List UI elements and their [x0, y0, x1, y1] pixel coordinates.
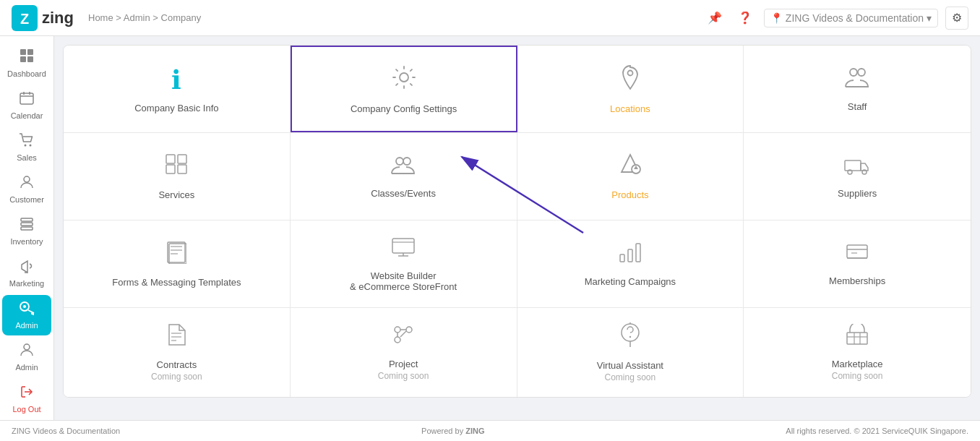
location-selector[interactable]: 📍 ZING Videos & Documentation ▾	[764, 9, 938, 27]
svg-rect-15	[21, 227, 33, 230]
grid-cell-company-basic-info[interactable]: ℹ Company Basic Info	[64, 46, 291, 132]
sidebar-item-inventory[interactable]: Inventory	[2, 211, 51, 252]
grid-cell-suppliers[interactable]: Suppliers	[744, 133, 971, 220]
marketplace-label: Marketplace	[832, 359, 883, 369]
svg-rect-29	[166, 155, 175, 163]
grid-cell-staff[interactable]: Staff	[744, 46, 971, 132]
svg-rect-70	[847, 333, 867, 344]
locations-icon	[619, 64, 642, 96]
svg-point-11	[30, 145, 32, 147]
header: Z zing Home > Admin > Company 📌 ❓ 📍 ZING…	[0, 0, 980, 36]
services-label: Services	[158, 189, 194, 200]
grid-row-1: ℹ Company Basic Info Company Config Sett…	[64, 46, 971, 133]
admin-key-icon	[19, 301, 35, 319]
svg-rect-5	[27, 56, 33, 62]
sidebar-label-sales: Sales	[17, 153, 37, 162]
suppliers-label: Suppliers	[838, 188, 877, 199]
logo-text: zing	[42, 9, 74, 27]
breadcrumb-admin[interactable]: Admin	[124, 12, 150, 23]
grid-row-3: Forms & Messaging Templates Web	[64, 220, 971, 308]
grid-cell-products[interactable]: Products	[517, 133, 744, 220]
grid-cell-project[interactable]: Project Coming soon	[291, 308, 517, 397]
sidebar-label-calendar: Calendar	[11, 111, 43, 120]
website-builder-label: Website Builder& eCommerce StoreFront	[350, 270, 457, 292]
svg-text:Z: Z	[20, 11, 29, 27]
sidebar-item-customer[interactable]: Customer	[2, 169, 51, 210]
sidebar-item-admin[interactable]: Admin	[2, 295, 51, 335]
svg-point-33	[396, 158, 403, 165]
admin-grid: ℹ Company Basic Info Company Config Sett…	[63, 45, 971, 398]
suppliers-icon	[844, 154, 870, 181]
sidebar-item-logout[interactable]: Log Out	[2, 379, 51, 419]
marketplace-coming-soon: Coming soon	[832, 371, 883, 381]
svg-point-62	[395, 337, 400, 343]
svg-rect-31	[178, 155, 186, 163]
sidebar-item-admin-user[interactable]: Admin	[2, 337, 51, 377]
grid-cell-marketing-campaigns[interactable]: Marketing Campaigns	[517, 220, 744, 307]
company-basic-info-label: Company Basic Info	[134, 103, 218, 114]
footer-center: Powered by ZING	[421, 427, 484, 435]
layout: Dashboard Calendar Sales	[0, 36, 980, 420]
contracts-coming-soon: Coming soon	[151, 372, 202, 382]
main-content: ℹ Company Basic Info Company Config Sett…	[54, 36, 980, 420]
admin-user-icon	[20, 343, 34, 361]
breadcrumb: Home > Admin > Company	[88, 12, 703, 23]
marketing-campaigns-icon	[619, 241, 642, 269]
svg-point-27	[850, 69, 857, 76]
sales-icon	[19, 133, 35, 151]
header-right: 📌 ❓ 📍 ZING Videos & Documentation ▾ ⚙	[703, 7, 968, 30]
memberships-icon	[846, 241, 869, 268]
breadcrumb-company: Company	[161, 12, 202, 23]
footer-right: All rights reserved. © 2021 ServiceQUIK …	[786, 427, 968, 435]
svg-rect-2	[20, 49, 26, 55]
grid-row-2: Services Classes/Events	[64, 133, 971, 220]
sidebar-item-dashboard[interactable]: Dashboard	[2, 42, 51, 84]
virtual-assistant-label: Virtual Assistant	[597, 360, 663, 371]
chevron-down-icon: ▾	[927, 12, 932, 24]
inventory-icon	[20, 217, 34, 235]
svg-point-22	[24, 344, 30, 350]
grid-cell-classes[interactable]: Classes/Events	[291, 133, 517, 220]
svg-rect-52	[636, 244, 640, 262]
sidebar: Dashboard Calendar Sales	[0, 36, 54, 420]
marketplace-icon	[846, 324, 869, 351]
grid-cell-forms[interactable]: Forms & Messaging Templates	[64, 220, 291, 307]
breadcrumb-home[interactable]: Home	[88, 12, 113, 23]
grid-cell-services[interactable]: Services	[64, 133, 291, 220]
sidebar-label-logout: Log Out	[12, 405, 40, 414]
svg-rect-6	[20, 93, 33, 104]
grid-cell-virtual-assistant[interactable]: Virtual Assistant Coming soon	[517, 308, 744, 397]
svg-rect-51	[628, 249, 632, 262]
sidebar-item-marketing[interactable]: Marketing	[2, 253, 51, 294]
pin-button[interactable]: 📌	[703, 7, 726, 30]
svg-point-10	[25, 145, 27, 147]
calendar-icon	[20, 91, 34, 109]
grid-cell-marketplace[interactable]: Marketplace Coming soon	[744, 308, 971, 397]
logout-icon	[20, 385, 34, 403]
services-icon	[165, 153, 188, 182]
sidebar-item-calendar[interactable]: Calendar	[2, 85, 51, 126]
settings-button[interactable]: ⚙	[945, 7, 968, 30]
grid-cell-locations[interactable]: Locations	[517, 46, 744, 132]
grid-cell-company-config[interactable]: Company Config Settings	[291, 46, 517, 132]
products-label: Products	[611, 189, 648, 200]
svg-point-60	[395, 327, 400, 333]
project-coming-soon: Coming soon	[378, 371, 429, 381]
svg-line-65	[400, 331, 406, 337]
contracts-icon	[166, 323, 186, 352]
customer-icon	[20, 175, 34, 193]
footer-left: ZING Videos & Documentation	[12, 427, 120, 435]
help-button[interactable]: ❓	[734, 7, 757, 30]
grid-cell-memberships[interactable]: Memberships	[744, 220, 971, 307]
svg-rect-3	[27, 49, 33, 55]
sidebar-item-sales[interactable]: Sales	[2, 127, 51, 168]
sidebar-label-admin-user: Admin	[15, 363, 38, 372]
svg-rect-4	[20, 56, 26, 62]
sidebar-label-marketing: Marketing	[9, 279, 44, 288]
footer: ZING Videos & Documentation Powered by Z…	[0, 420, 980, 441]
svg-rect-41	[168, 242, 185, 262]
products-icon	[619, 153, 642, 182]
grid-cell-contracts[interactable]: Contracts Coming soon	[64, 308, 291, 397]
grid-cell-website-builder[interactable]: Website Builder& eCommerce StoreFront	[291, 220, 517, 307]
grid-row-4: Contracts Coming soon	[64, 308, 971, 397]
